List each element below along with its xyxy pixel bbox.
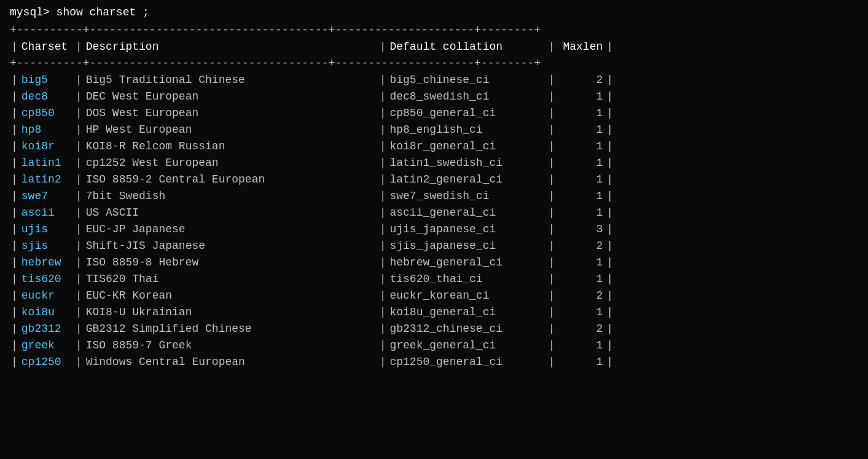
pipe: | [10,254,19,271]
table-row: | tis620 | TIS620 Thai | tis620_thai_ci … [10,271,858,288]
pipe: | [74,337,84,354]
pipe: | [378,254,388,271]
cell-maxlen: 2 [556,72,605,88]
table-row: | ujis | EUC-JP Japanese | ujis_japanese… [10,221,858,238]
pipe: | [605,205,614,221]
pipe: | [10,72,19,88]
cell-description: Windows Central European [84,354,378,371]
pipe: | [378,138,388,155]
cell-description: 7bit Swedish [84,188,378,205]
pipe: | [605,238,614,254]
cell-maxlen: 2 [556,238,605,254]
pipe: | [547,304,556,321]
cell-collation: sjis_japanese_ci [387,238,547,254]
pipe: | [10,205,19,221]
cell-collation: swe7_swedish_ci [387,188,547,205]
cell-description: ISO 8859-2 Central European [84,171,378,188]
pipe: | [74,354,84,371]
table-row: | hp8 | HP West European | hp8_english_c… [10,122,858,138]
cell-maxlen: 1 [556,188,605,205]
cell-charset: ascii [19,205,74,221]
cell-maxlen: 1 [556,354,605,371]
pipe: | [74,188,84,205]
pipe: | [605,188,614,205]
cell-charset: cp1250 [19,354,74,371]
cell-description: KOI8-U Ukrainian [84,304,378,321]
pipe: | [378,238,388,254]
pipe: | [10,354,19,371]
cell-maxlen: 1 [556,138,605,155]
pipe: | [605,39,614,55]
pipe: | [378,337,388,354]
cell-description: KOI8-R Relcom Russian [84,138,378,155]
pipe: | [378,105,388,122]
pipe: | [10,105,19,122]
pipe: | [74,72,84,88]
pipe: | [74,254,84,271]
table-row: | sjis | Shift-JIS Japanese | sjis_japan… [10,238,858,254]
pipe: | [74,304,84,321]
pipe: | [10,288,19,304]
cell-charset: big5 [19,72,74,88]
pipe: | [10,188,19,205]
cell-description: GB2312 Simplified Chinese [84,321,378,337]
pipe: | [547,171,556,188]
cell-collation: cp850_general_ci [387,105,547,122]
cell-collation: euckr_korean_ci [387,288,547,304]
cell-charset: tis620 [19,271,74,288]
pipe: | [547,155,556,171]
cell-maxlen: 1 [556,105,605,122]
cell-collation: koi8r_general_ci [387,138,547,155]
cell-maxlen: 1 [556,337,605,354]
pipe: | [10,321,19,337]
cell-charset: sjis [19,238,74,254]
pipe: | [547,88,556,105]
pipe: | [547,205,556,221]
table-row: | ascii | US ASCII | ascii_general_ci | … [10,205,858,221]
cell-collation: cp1250_general_ci [387,354,547,371]
header-collation: Default collation [387,39,547,55]
cell-collation: hebrew_general_ci [387,254,547,271]
pipe: | [378,155,388,171]
pipe: | [10,238,19,254]
cell-charset: gb2312 [19,321,74,337]
pipe: | [74,171,84,188]
cell-description: DEC West European [84,88,378,105]
pipe: | [74,221,84,238]
table-row: | cp1250 | Windows Central European | cp… [10,354,858,371]
cell-description: US ASCII [84,205,378,221]
pipe: | [10,122,19,138]
pipe: | [547,105,556,122]
cell-charset: hp8 [19,122,74,138]
cell-maxlen: 1 [556,271,605,288]
table-row: | koi8u | KOI8-U Ukrainian | koi8u_gener… [10,304,858,321]
pipe: | [547,221,556,238]
pipe: | [547,122,556,138]
pipe: | [605,88,614,105]
cell-description: Big5 Traditional Chinese [84,72,378,88]
pipe: | [605,155,614,171]
pipe: | [605,72,614,88]
pipe: | [378,271,388,288]
pipe: | [605,122,614,138]
pipe: | [547,288,556,304]
table-row: | euckr | EUC-KR Korean | euckr_korean_c… [10,288,858,304]
pipe: | [547,39,556,55]
pipe: | [605,288,614,304]
pipe: | [10,171,19,188]
cell-maxlen: 1 [556,304,605,321]
pipe: | [378,354,388,371]
pipe: | [74,321,84,337]
cell-charset: dec8 [19,88,74,105]
table-row: | koi8r | KOI8-R Relcom Russian | koi8r_… [10,138,858,155]
pipe: | [605,105,614,122]
data-rows: | big5 | Big5 Traditional Chinese | big5… [10,72,858,371]
pipe: | [378,39,388,55]
table-row: | big5 | Big5 Traditional Chinese | big5… [10,72,858,88]
table-row: | latin1 | cp1252 West European | latin1… [10,155,858,171]
pipe: | [378,304,388,321]
separator-top: +----------+----------------------------… [10,22,858,39]
separator-mid: +----------+----------------------------… [10,55,858,72]
cell-maxlen: 3 [556,221,605,238]
cell-charset: swe7 [19,188,74,205]
